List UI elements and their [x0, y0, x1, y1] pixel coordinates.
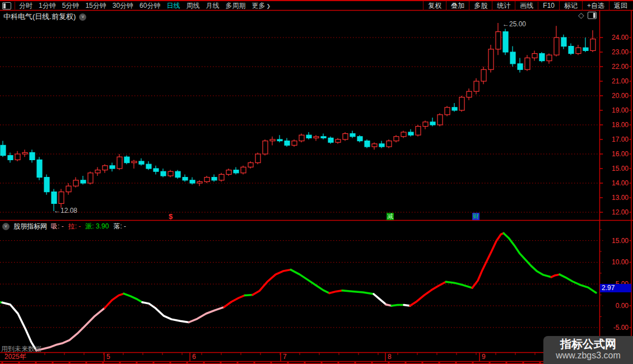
period-tab-10[interactable]: 更多❯ [252, 1, 271, 11]
period-tab-3[interactable]: 15分钟 [85, 1, 106, 11]
indicator-line-layer [0, 233, 596, 351]
chart-corner-icons: ◇ [578, 12, 597, 19]
window-layout-icon[interactable] [2, 2, 11, 10]
period-tab-1[interactable]: 1分钟 [39, 1, 56, 11]
period-tab-8[interactable]: 月线 [206, 1, 219, 11]
indicator-axis-label: 10.00 [603, 258, 629, 266]
price-axis-label: 20.00 [603, 92, 629, 100]
period-tab-0[interactable]: 分时 [19, 1, 32, 11]
toolbar-right-buttons: 复权叠加多股统计画线F10标记+自选返回 [423, 1, 632, 10]
chevron-right-icon: ❯ [266, 3, 271, 9]
diamond-marker-icon[interactable]: ◇ [578, 12, 584, 19]
watermark-url: www.zbgs3.com [543, 350, 633, 361]
period-tabs: 分时1分钟5分钟15分钟30分钟60分钟日线周线月线多周期更多❯ [19, 1, 277, 11]
chart-canvas[interactable] [0, 0, 633, 364]
indicator-fields: 吸: -拉: -派: 3.90落: - [51, 222, 131, 231]
stock-title: 中科电气(日线.前复权) [3, 12, 76, 22]
timeline-label-0: 2025年 [4, 353, 26, 361]
toolbar-divider [15, 2, 15, 10]
toolbar-button-1[interactable]: 叠加 [446, 1, 469, 11]
indicator-header: ˅ 股朋指标网 吸: -拉: -派: 3.90落: - [2, 222, 131, 231]
period-tab-4[interactable]: 30分钟 [113, 1, 133, 11]
period-tab-9[interactable]: 多周期 [225, 1, 245, 11]
indicator-field-1: 拉: - [68, 222, 81, 230]
timeline-label-2: 6 [192, 353, 196, 361]
price-axis-label: 17.00 [603, 136, 629, 143]
toolbar-button-5[interactable]: F10 [538, 2, 559, 10]
timeline-label-5: 9 [482, 353, 486, 361]
toolbar-button-4[interactable]: 画线 [515, 1, 538, 11]
event-marker-blue[interactable]: 财 [472, 213, 480, 220]
value-badge: 2.97 [600, 284, 631, 292]
toolbar-button-2[interactable]: 多股 [469, 1, 492, 11]
window-panel-icon[interactable] [588, 12, 597, 19]
indicator-collapse-chevron-icon[interactable]: ˅ [2, 223, 10, 230]
chart-title-bar: 中科电气(日线.前复权) ˅ [3, 12, 86, 22]
price-axis-label: 23.00 [603, 48, 629, 56]
high-annotation: ←25.00 [502, 20, 526, 28]
timeline-ticks [2, 353, 624, 364]
toolbar-button-8[interactable]: 返回 [609, 1, 632, 11]
toolbar-button-7[interactable]: +自选 [582, 1, 609, 11]
watermark-title: 指标公式网 [543, 338, 633, 350]
indicator-field-3: 落: - [113, 222, 126, 230]
timeline-label-1: 5 [106, 353, 110, 361]
period-tab-7[interactable]: 周线 [186, 1, 199, 11]
watermark: 指标公式网 www.zbgs3.com [543, 336, 633, 364]
period-tab-5[interactable]: 60分钟 [139, 1, 160, 11]
timeline-label-4: 8 [388, 353, 392, 361]
low-annotation: ←12.08 [54, 207, 77, 214]
price-axis-label: 16.00 [603, 150, 629, 158]
price-axis-label: 13.00 [603, 194, 629, 202]
price-axis-label: 22.00 [603, 63, 629, 71]
indicator-axis-label: -5.00 [603, 324, 629, 332]
price-axis-label: 21.00 [603, 77, 629, 85]
indicator-axis-label: 15.00 [603, 237, 629, 245]
period-tab-6[interactable]: 日线 [166, 1, 180, 11]
indicator-axis-label: 0.00 [603, 302, 629, 310]
frame-lines [0, 1, 633, 364]
toolbar: 分时1分钟5分钟15分钟30分钟60分钟日线周线月线多周期更多❯ 复权叠加多股统… [0, 1, 633, 10]
toolbar-button-3[interactable]: 统计 [492, 1, 515, 11]
collapse-chevron-icon[interactable]: ˅ [79, 13, 86, 21]
toolbar-button-6[interactable]: 标记 [559, 1, 582, 11]
indicator-field-0: 吸: - [51, 222, 64, 230]
price-axis-label: 15.00 [603, 165, 629, 172]
trading-app-window: 分时1分钟5分钟15分钟30分钟60分钟日线周线月线多周期更多❯ 复权叠加多股统… [0, 0, 633, 364]
candles-layer [1, 23, 595, 211]
event-marker-green[interactable]: 减 [387, 213, 394, 220]
indicator-field-2: 派: 3.90 [85, 222, 109, 230]
toolbar-button-0[interactable]: 复权 [423, 1, 446, 11]
price-axis-label: 19.00 [603, 106, 629, 114]
price-axis-label: 14.00 [603, 179, 629, 187]
price-axis-label: 24.00 [603, 34, 629, 41]
event-marker-dollar[interactable]: $ [169, 213, 173, 220]
price-axis-label: 18.00 [603, 121, 629, 129]
timeline-label-3: 7 [283, 353, 287, 361]
indicator-title: 股朋指标网 [13, 222, 47, 231]
period-tab-2[interactable]: 5分钟 [62, 1, 80, 11]
price-axis-label: 12.00 [603, 208, 629, 216]
